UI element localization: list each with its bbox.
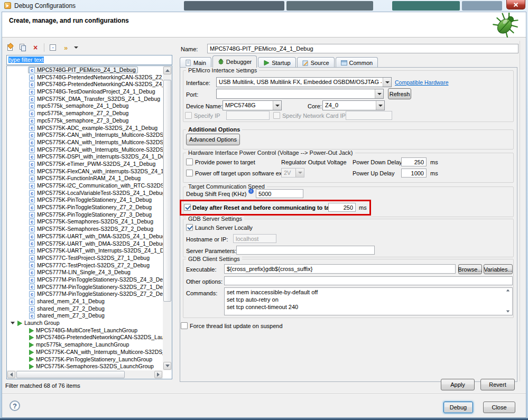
tree-item[interactable]: c MPC5775K-FunctionInRAM_Z4_1_Debug	[7, 175, 163, 182]
tab-startup[interactable]: Startup	[258, 57, 295, 68]
tree-item[interactable]: c MPC5775K-PinToggleStationery_Z4_1_Debu…	[7, 197, 163, 204]
tree-item[interactable]: MPC5775K-Semaphores-S32DS_LaunchGroup	[7, 363, 163, 370]
power-up-delay-input[interactable]	[401, 169, 427, 178]
tab-main[interactable]: Main	[180, 57, 211, 68]
expand-arrow-icon[interactable]	[11, 322, 15, 324]
revert-button[interactable]: Revert	[480, 379, 515, 390]
tree-item[interactable]: c shared_mem_Z7_3_Debug	[7, 312, 163, 320]
textarea-scroll-down-icon[interactable]	[506, 310, 510, 313]
tree-item[interactable]: c MPC5777C-TestProject-S32DS_Z7_2_Debug	[7, 262, 163, 269]
tree-horizontal-scrollbar[interactable]	[7, 370, 163, 379]
port-select[interactable]	[216, 89, 384, 99]
duplicate-configuration-button[interactable]	[18, 43, 27, 52]
tree-item[interactable]: c MPC5777C-TestProject-S32DS_Z7_1_Debug	[7, 255, 163, 262]
provide-power-checkbox[interactable]	[186, 158, 193, 165]
delay-after-reset-input[interactable]	[328, 203, 356, 212]
scroll-up-button[interactable]	[163, 67, 171, 74]
delete-configuration-button[interactable]: ×	[31, 43, 40, 52]
tree-item[interactable]: c MPC5775K-FlexCAN_with_interrupts-S32DS…	[7, 168, 163, 175]
tree-item[interactable]: Launch Group	[7, 320, 163, 327]
compatible-hardware-link[interactable]: Compatible Hardware	[395, 79, 449, 86]
scroll-left-button[interactable]	[7, 371, 15, 378]
config-tree[interactable]: c MPC5748G-PIT_PEMicro_Z4_1_Debug c MPC5…	[7, 67, 163, 370]
tree-item[interactable]: c MPC5775K-CAN_with_Interrupts_Multicore…	[7, 132, 163, 139]
power-down-delay-input[interactable]	[401, 157, 427, 166]
tree-item[interactable]: c MPC5748G-PIT_PEMicro_Z4_1_Debug	[7, 67, 163, 74]
tree-item[interactable]: MPC5775K-PinToggleStationery_LaunchGroup	[7, 356, 163, 363]
tree-item[interactable]: c MPC5775K-LocalVariableTest-S32DS_Z4_1_…	[7, 190, 163, 197]
tree-item[interactable]: MPC5748G-PretendedNetworkingCAN-S32DS_La…	[7, 334, 163, 341]
tree-item[interactable]: c MPC5775K-PinToggleStationery_Z7_2_Debu…	[7, 204, 163, 211]
executable-input[interactable]	[224, 264, 456, 274]
tree-item[interactable]: c MPC5775K-DSPI_with_interrupts-S32DS_Z4…	[7, 153, 163, 161]
tree-item[interactable]: c MPC5777M-LIN_Single_Z4_3_Debug	[7, 269, 163, 276]
tab-debugger[interactable]: Debugger	[212, 55, 257, 68]
tree-item[interactable]: c MPC5775K_DMA_Transfer_S32DS_Z4_1_Debug	[7, 96, 163, 103]
title-bar[interactable]: Debug Configurations	[0, 0, 528, 12]
tree-item[interactable]: MPC5775K-CAN_with_Interrupts_Multicore-S…	[7, 349, 163, 356]
tree-item[interactable]: c MPC5775K-Semaphores-S32DS_Z4_1_Debug	[7, 218, 163, 226]
tree-item[interactable]: c mpc5775k_semaphore_Z7_3_Debug	[7, 117, 163, 125]
filter-input[interactable]: type filter text	[6, 55, 172, 65]
browse-button[interactable]: Browse...	[458, 264, 482, 274]
other-options-input[interactable]	[224, 276, 513, 285]
tree-item[interactable]: c MPC5775K-UART_with_Interrupts-S32DS_Z4…	[7, 247, 163, 255]
collapse-all-button[interactable]: -	[48, 43, 58, 52]
tree-item[interactable]: c MPC5775K-ADC_example-S32DS_Z4_1_Debug	[7, 125, 163, 132]
advanced-options-button[interactable]: Advanced Options	[186, 134, 240, 145]
interface-select[interactable]: USB Multilink, USB Multilink FX, Embedde…	[216, 77, 392, 87]
voltage-select[interactable]: 2V	[281, 168, 304, 178]
hostname-input[interactable]	[233, 234, 276, 243]
specify-network-card-checkbox[interactable]	[273, 112, 280, 119]
specify-ip-checkbox[interactable]	[185, 112, 192, 119]
name-input[interactable]	[207, 44, 518, 53]
tree-item[interactable]: c MPC5748G-TestDownloadProject_Z4_1_Debu…	[7, 88, 163, 96]
tree-item[interactable]: c MPC5775K-CAN_with_Interrupts_Multicore…	[7, 139, 163, 146]
apply-button[interactable]: Apply	[441, 379, 475, 390]
server-parameters-input[interactable]	[236, 246, 375, 255]
help-button[interactable]: ?	[10, 400, 20, 411]
tab-source[interactable]: Source	[297, 57, 335, 68]
scroll-right-button[interactable]	[154, 371, 162, 378]
tree-item[interactable]: mpc5775k_semaphore_LaunchGroup	[7, 341, 163, 349]
tree-vertical-scrollbar[interactable]	[163, 66, 172, 370]
launch-server-locally-checkbox[interactable]	[186, 224, 193, 231]
tree-item[interactable]: c MPC5775K-Semaphores-S32DS_Z7_2_Debug	[7, 226, 163, 233]
force-thread-checkbox[interactable]	[181, 322, 188, 329]
power-off-checkbox[interactable]	[186, 170, 193, 176]
variables-button[interactable]: Variables...	[484, 264, 513, 274]
tree-item[interactable]: c mpc5775k_semaphore_Z4_1_Debug	[7, 102, 163, 110]
commands-textarea[interactable]: set mem inaccessible-by-default off set …	[224, 287, 513, 315]
close-window-button[interactable]	[506, 0, 525, 10]
textarea-scroll-up-icon[interactable]	[506, 289, 510, 292]
tree-item[interactable]: c MPC5777M-PinToggleStationery-S32DS_Z7_…	[7, 284, 163, 291]
refresh-button[interactable]: Refresh	[388, 88, 411, 99]
tree-item[interactable]: c MPC5775K-I2C_Communication_with_RTC-S3…	[7, 182, 163, 190]
tree-item[interactable]: c MPC5748G-PretendedNetworkingCAN-S32DS_…	[7, 81, 163, 88]
tree-item[interactable]: c MPC5775K-CAN_with_Interrupts_Multicore…	[7, 146, 163, 154]
core-select[interactable]: Z4_0	[322, 100, 385, 110]
tree-item[interactable]: c mpc5775k_semaphore_Z7_2_Debug	[7, 110, 163, 117]
tree-item[interactable]: c MPC5775K-eTimer_PWM-S32DS_Z4_1_Debug	[7, 161, 163, 168]
specify-network-card-input[interactable]	[346, 111, 392, 120]
tree-item[interactable]: c MPC5775K-UART_with_DMA-S32DS_Z4_1_Debu…	[7, 233, 163, 240]
tree-item[interactable]: c MPC5748G-PretendedNetworkingCAN-S32DS_…	[7, 74, 163, 81]
scroll-thumb[interactable]	[163, 80, 171, 302]
scroll-thumb[interactable]	[16, 371, 125, 378]
tree-item[interactable]: c MPC5775K-PinToggleStationery_Z7_3_Debu…	[7, 211, 163, 219]
filter-configurations-button[interactable]: »	[61, 43, 70, 52]
tree-item[interactable]: c MPC5777M-PinToggleStationery-S32DS_Z7_…	[7, 291, 163, 298]
tab-common[interactable]: Common	[336, 57, 378, 68]
close-button[interactable]: Close	[483, 402, 515, 413]
tree-item[interactable]: c MPC5775K-UART_with_DMA-S32DS_Z4_1_Debu…	[7, 240, 163, 248]
specify-ip-input[interactable]	[226, 111, 270, 120]
scroll-down-button[interactable]	[163, 362, 171, 370]
debug-shift-freq-input[interactable]	[256, 189, 303, 198]
delay-after-reset-checkbox[interactable]	[184, 204, 191, 211]
tree-item[interactable]: c shared_mem_Z7_2_Debug	[7, 305, 163, 313]
debug-button[interactable]: Debug	[443, 402, 473, 413]
tree-item[interactable]: c shared_mem_Z4_1_Debug	[7, 298, 163, 305]
new-configuration-button[interactable]	[5, 43, 15, 52]
tree-item[interactable]: c MPC5777M-PinToggleStationery-S32DS_Z4_…	[7, 276, 163, 284]
tree-item[interactable]: MPC5748G-MultiCoreTest_LaunchGroup	[7, 327, 163, 334]
